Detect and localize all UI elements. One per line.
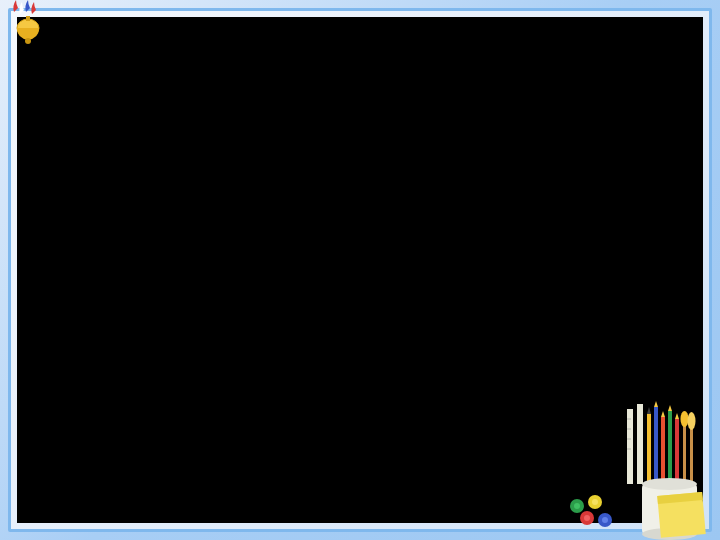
- pushpin-red-highlight: [584, 515, 590, 521]
- brush-handle-2: [690, 427, 693, 489]
- pencil-yellow: [647, 414, 651, 489]
- ruler-1: [627, 409, 633, 484]
- brush-tip-2: [688, 412, 696, 430]
- ribbon-red-right: [31, 2, 36, 14]
- brush-tip-1: [681, 411, 689, 427]
- ribbon-red-left: [13, 0, 18, 12]
- slide-frame: [0, 0, 720, 540]
- pencil-red-tip: [675, 413, 679, 419]
- pushpins-icon: [565, 492, 620, 532]
- bell-ribbon-icon: [8, 0, 52, 48]
- pencil-yellow-tip: [647, 407, 651, 414]
- pencil-green-tip: [668, 405, 672, 411]
- ribbon-white: [19, 2, 24, 14]
- ruler-2: [637, 404, 643, 484]
- pencil-blue-tip: [654, 401, 658, 407]
- pencil-blue: [654, 407, 658, 489]
- pushpin-yellow-highlight: [592, 499, 598, 505]
- pushpin-blue-highlight: [602, 517, 608, 523]
- slide-inner-border: [8, 8, 712, 532]
- cup-rim: [642, 478, 697, 490]
- pencil-cup-icon: [617, 399, 712, 540]
- bell-top: [26, 16, 30, 21]
- pencil-green: [668, 411, 672, 489]
- pencil-orange-tip: [661, 411, 665, 417]
- bell-clapper: [25, 38, 31, 44]
- slide-content-area: [17, 17, 703, 523]
- pushpin-green-highlight: [574, 503, 580, 509]
- ribbon-blue: [25, 0, 30, 12]
